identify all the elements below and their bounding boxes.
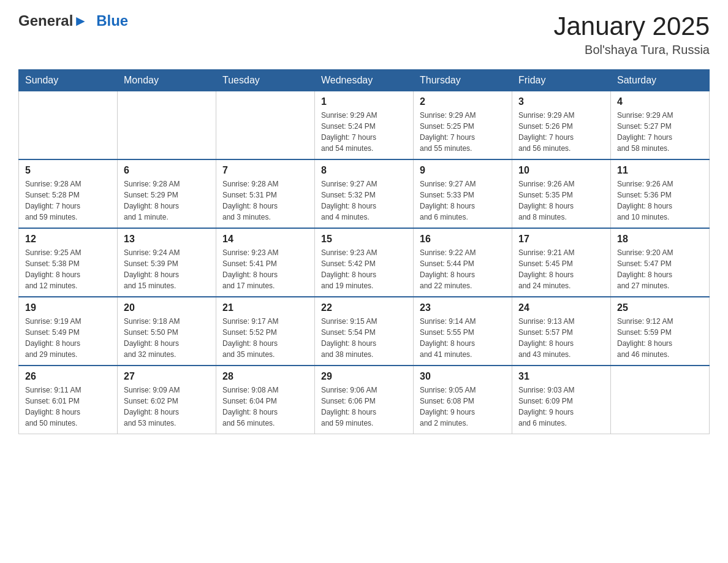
day-info: Sunrise: 9:15 AM Sunset: 5:54 PM Dayligh… <box>321 316 407 360</box>
table-row: 20Sunrise: 9:18 AM Sunset: 5:50 PM Dayli… <box>118 297 216 366</box>
table-row <box>118 91 216 160</box>
table-row: 9Sunrise: 9:27 AM Sunset: 5:33 PM Daylig… <box>414 159 512 228</box>
table-row: 31Sunrise: 9:03 AM Sunset: 6:09 PM Dayli… <box>512 366 611 434</box>
day-info: Sunrise: 9:05 AM Sunset: 6:08 PM Dayligh… <box>420 385 506 429</box>
table-row: 23Sunrise: 9:14 AM Sunset: 5:55 PM Dayli… <box>414 297 512 366</box>
calendar-table: Sunday Monday Tuesday Wednesday Thursday… <box>18 69 710 434</box>
day-number: 5 <box>25 165 111 176</box>
day-info: Sunrise: 9:23 AM Sunset: 5:42 PM Dayligh… <box>321 247 407 291</box>
day-info: Sunrise: 9:29 AM Sunset: 5:24 PM Dayligh… <box>321 110 407 154</box>
col-thursday: Thursday <box>414 70 512 91</box>
table-row <box>19 91 118 160</box>
table-row <box>216 91 315 160</box>
table-row: 26Sunrise: 9:11 AM Sunset: 6:01 PM Dayli… <box>19 366 118 434</box>
title-block: January 2025 Bol'shaya Tura, Russia <box>553 12 710 57</box>
table-row: 27Sunrise: 9:09 AM Sunset: 6:02 PM Dayli… <box>118 366 216 434</box>
day-info: Sunrise: 9:06 AM Sunset: 6:06 PM Dayligh… <box>321 385 407 429</box>
day-number: 25 <box>617 302 703 313</box>
col-sunday: Sunday <box>19 70 118 91</box>
day-number: 17 <box>518 234 604 245</box>
day-info: Sunrise: 9:11 AM Sunset: 6:01 PM Dayligh… <box>25 385 111 429</box>
table-row: 2Sunrise: 9:29 AM Sunset: 5:25 PM Daylig… <box>414 91 512 160</box>
col-saturday: Saturday <box>611 70 710 91</box>
table-row: 7Sunrise: 9:28 AM Sunset: 5:31 PM Daylig… <box>216 159 315 228</box>
table-row: 4Sunrise: 9:29 AM Sunset: 5:27 PM Daylig… <box>611 91 710 160</box>
table-row: 11Sunrise: 9:26 AM Sunset: 5:36 PM Dayli… <box>611 159 710 228</box>
table-row: 24Sunrise: 9:13 AM Sunset: 5:57 PM Dayli… <box>512 297 611 366</box>
day-info: Sunrise: 9:13 AM Sunset: 5:57 PM Dayligh… <box>518 316 604 360</box>
table-row: 18Sunrise: 9:20 AM Sunset: 5:47 PM Dayli… <box>611 228 710 297</box>
day-number: 7 <box>222 165 308 176</box>
day-info: Sunrise: 9:29 AM Sunset: 5:25 PM Dayligh… <box>420 110 506 154</box>
calendar-header-row: Sunday Monday Tuesday Wednesday Thursday… <box>19 70 710 91</box>
day-number: 1 <box>321 96 407 107</box>
calendar-week-row: 19Sunrise: 9:19 AM Sunset: 5:49 PM Dayli… <box>19 297 710 366</box>
table-row: 25Sunrise: 9:12 AM Sunset: 5:59 PM Dayli… <box>611 297 710 366</box>
table-row: 22Sunrise: 9:15 AM Sunset: 5:54 PM Dayli… <box>315 297 414 366</box>
day-info: Sunrise: 9:18 AM Sunset: 5:50 PM Dayligh… <box>124 316 210 360</box>
table-row: 5Sunrise: 9:28 AM Sunset: 5:28 PM Daylig… <box>19 159 118 228</box>
day-info: Sunrise: 9:28 AM Sunset: 5:31 PM Dayligh… <box>222 178 308 223</box>
table-row: 15Sunrise: 9:23 AM Sunset: 5:42 PM Dayli… <box>315 228 414 297</box>
day-number: 24 <box>518 302 604 313</box>
day-info: Sunrise: 9:28 AM Sunset: 5:29 PM Dayligh… <box>124 178 210 223</box>
day-number: 21 <box>222 302 308 313</box>
day-info: Sunrise: 9:03 AM Sunset: 6:09 PM Dayligh… <box>518 385 604 429</box>
day-number: 18 <box>617 234 703 245</box>
day-info: Sunrise: 9:21 AM Sunset: 5:45 PM Dayligh… <box>518 247 604 291</box>
day-number: 20 <box>124 302 210 313</box>
table-row: 3Sunrise: 9:29 AM Sunset: 5:26 PM Daylig… <box>512 91 611 160</box>
day-number: 15 <box>321 234 407 245</box>
calendar-subtitle: Bol'shaya Tura, Russia <box>553 43 710 57</box>
table-row: 10Sunrise: 9:26 AM Sunset: 5:35 PM Dayli… <box>512 159 611 228</box>
day-number: 8 <box>321 165 407 176</box>
day-info: Sunrise: 9:26 AM Sunset: 5:35 PM Dayligh… <box>518 178 604 223</box>
calendar-week-row: 26Sunrise: 9:11 AM Sunset: 6:01 PM Dayli… <box>19 366 710 434</box>
calendar-week-row: 12Sunrise: 9:25 AM Sunset: 5:38 PM Dayli… <box>19 228 710 297</box>
col-friday: Friday <box>512 70 611 91</box>
col-wednesday: Wednesday <box>315 70 414 91</box>
day-info: Sunrise: 9:28 AM Sunset: 5:28 PM Dayligh… <box>25 178 111 223</box>
day-number: 26 <box>25 371 111 382</box>
day-info: Sunrise: 9:08 AM Sunset: 6:04 PM Dayligh… <box>222 385 308 429</box>
calendar-title: January 2025 <box>553 12 710 40</box>
day-info: Sunrise: 9:19 AM Sunset: 5:49 PM Dayligh… <box>25 316 111 360</box>
day-info: Sunrise: 9:22 AM Sunset: 5:44 PM Dayligh… <box>420 247 506 291</box>
day-number: 11 <box>617 165 703 176</box>
table-row: 21Sunrise: 9:17 AM Sunset: 5:52 PM Dayli… <box>216 297 315 366</box>
day-number: 19 <box>25 302 111 313</box>
table-row: 1Sunrise: 9:29 AM Sunset: 5:24 PM Daylig… <box>315 91 414 160</box>
day-number: 13 <box>124 234 210 245</box>
page-header: General► Blue January 2025 Bol'shaya Tur… <box>18 12 710 57</box>
table-row: 30Sunrise: 9:05 AM Sunset: 6:08 PM Dayli… <box>414 366 512 434</box>
logo-general-text: General► <box>18 12 88 29</box>
day-info: Sunrise: 9:29 AM Sunset: 5:27 PM Dayligh… <box>617 110 703 154</box>
calendar-week-row: 5Sunrise: 9:28 AM Sunset: 5:28 PM Daylig… <box>19 159 710 228</box>
day-number: 14 <box>222 234 308 245</box>
logo: General► Blue <box>18 12 128 29</box>
day-number: 23 <box>420 302 506 313</box>
table-row: 6Sunrise: 9:28 AM Sunset: 5:29 PM Daylig… <box>118 159 216 228</box>
table-row: 14Sunrise: 9:23 AM Sunset: 5:41 PM Dayli… <box>216 228 315 297</box>
day-info: Sunrise: 9:25 AM Sunset: 5:38 PM Dayligh… <box>25 247 111 291</box>
day-number: 22 <box>321 302 407 313</box>
day-number: 3 <box>518 96 604 107</box>
day-info: Sunrise: 9:23 AM Sunset: 5:41 PM Dayligh… <box>222 247 308 291</box>
day-info: Sunrise: 9:29 AM Sunset: 5:26 PM Dayligh… <box>518 110 604 154</box>
day-number: 10 <box>518 165 604 176</box>
table-row: 16Sunrise: 9:22 AM Sunset: 5:44 PM Dayli… <box>414 228 512 297</box>
day-number: 9 <box>420 165 506 176</box>
col-tuesday: Tuesday <box>216 70 315 91</box>
day-info: Sunrise: 9:09 AM Sunset: 6:02 PM Dayligh… <box>124 385 210 429</box>
day-number: 28 <box>222 371 308 382</box>
day-info: Sunrise: 9:20 AM Sunset: 5:47 PM Dayligh… <box>617 247 703 291</box>
table-row <box>611 366 710 434</box>
table-row: 28Sunrise: 9:08 AM Sunset: 6:04 PM Dayli… <box>216 366 315 434</box>
day-number: 27 <box>124 371 210 382</box>
table-row: 19Sunrise: 9:19 AM Sunset: 5:49 PM Dayli… <box>19 297 118 366</box>
day-number: 2 <box>420 96 506 107</box>
day-number: 16 <box>420 234 506 245</box>
day-number: 29 <box>321 371 407 382</box>
col-monday: Monday <box>118 70 216 91</box>
day-number: 31 <box>518 371 604 382</box>
